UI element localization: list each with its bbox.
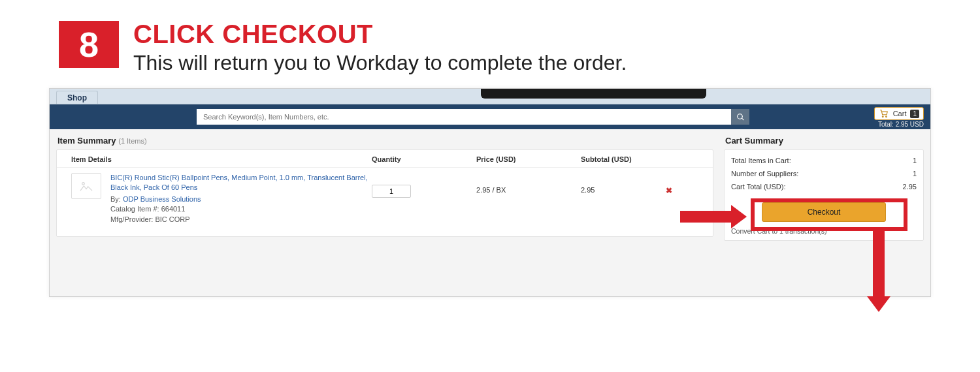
svg-point-0 <box>882 116 883 117</box>
cart-total-text: Total: 2.95 USD <box>878 121 924 128</box>
summary-total-label: Cart Total (USD): <box>731 183 786 191</box>
item-row: BIC(R) Round Stic(R) Ballpoint Pens, Med… <box>57 168 713 236</box>
svg-point-1 <box>885 116 887 117</box>
quantity-input[interactable] <box>372 185 411 198</box>
summary-items-label: Total Items in Cart: <box>731 157 791 164</box>
col-head-qty: Quantity <box>372 155 476 163</box>
item-supplier-line: By: ODP Business Solutions <box>110 194 372 204</box>
browser-notch <box>481 89 706 99</box>
summary-suppliers-value: 1 <box>913 170 917 178</box>
summary-suppliers-label: Number of Suppliers: <box>731 170 798 178</box>
item-price: 2.95 / BX <box>476 173 581 225</box>
search-input[interactable] <box>197 109 731 125</box>
step-text: CLICK CHECKOUT This will return you to W… <box>133 21 627 75</box>
summary-items-value: 1 <box>913 157 917 164</box>
step-subtitle: This will return you to Workday to compl… <box>133 51 627 75</box>
summary-row-items: Total Items in Cart: 1 <box>731 154 917 167</box>
col-head-subtotal: Subtotal (USD) <box>581 155 666 163</box>
content-area: Item Summary (1 Items) Item Details Quan… <box>50 129 930 296</box>
summary-row-suppliers: Number of Suppliers: 1 <box>731 167 917 180</box>
by-prefix: By: <box>110 195 123 203</box>
remove-item-button[interactable]: ✖ <box>666 173 685 225</box>
item-details: BIC(R) Round Stic(R) Ballpoint Pens, Med… <box>110 173 372 225</box>
search-icon <box>736 113 745 121</box>
cart-summary-section: Cart Summary Total Items in Cart: 1 Numb… <box>720 129 930 296</box>
app-frame: Shop Cart 1 Total: 2.95 USD Item Summary… <box>49 88 931 297</box>
supplier-link[interactable]: ODP Business Solutions <box>123 195 201 203</box>
item-subtotal: 2.95 <box>581 173 666 225</box>
cart-summary-title-text: Cart Summary <box>725 136 783 146</box>
search-button[interactable] <box>731 109 749 125</box>
svg-point-2 <box>82 183 85 185</box>
cart-count-badge: 1 <box>910 110 919 118</box>
col-head-price: Price (USD) <box>476 155 581 163</box>
checkout-button[interactable]: Checkout <box>762 202 886 222</box>
summary-list: Total Items in Cart: 1 Number of Supplie… <box>725 150 923 198</box>
search-bar: Cart 1 Total: 2.95 USD <box>50 104 930 129</box>
cart-icon <box>879 109 889 118</box>
cart-label: Cart <box>893 110 907 117</box>
item-panel: Item Details Quantity Price (USD) Subtot… <box>56 149 713 237</box>
step-header: 8 CLICK CHECKOUT This will return you to… <box>0 0 980 88</box>
item-summary-count: (1 Items) <box>118 137 146 145</box>
item-summary-section: Item Summary (1 Items) Item Details Quan… <box>50 129 720 296</box>
item-summary-title-text: Item Summary <box>57 136 116 146</box>
item-mfg: Mfg/Provider: BIC CORP <box>110 215 372 225</box>
summary-total-value: 2.95 <box>903 183 917 191</box>
item-name-link[interactable]: BIC(R) Round Stic(R) Ballpoint Pens, Med… <box>110 173 372 193</box>
image-placeholder-icon <box>79 180 93 192</box>
cart-summary-panel: Total Items in Cart: 1 Number of Supplie… <box>724 149 924 241</box>
cart-summary-title: Cart Summary <box>724 133 924 149</box>
step-title: CLICK CHECKOUT <box>133 21 627 47</box>
convert-note: Convert Cart to 1 transaction(s) <box>725 227 923 240</box>
cart-indicator[interactable]: Cart 1 <box>874 107 924 120</box>
item-summary-title: Item Summary (1 Items) <box>56 133 713 149</box>
summary-row-total: Cart Total (USD): 2.95 <box>731 180 917 193</box>
item-thumbnail <box>71 173 101 199</box>
item-table-header: Item Details Quantity Price (USD) Subtot… <box>57 150 713 168</box>
col-head-details: Item Details <box>71 155 372 163</box>
item-catalog: Catalog Item #: 664011 <box>110 204 372 214</box>
step-number-badge: 8 <box>59 21 119 68</box>
tab-shop[interactable]: Shop <box>56 91 98 104</box>
